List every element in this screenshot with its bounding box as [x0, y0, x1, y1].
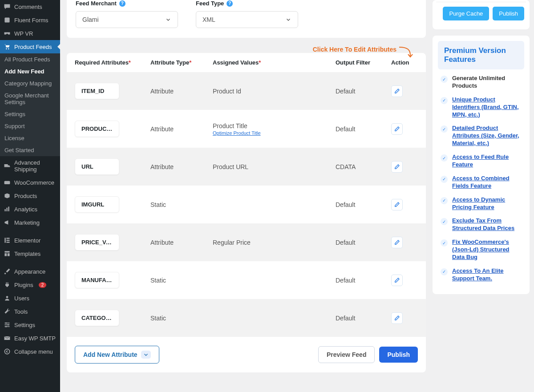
edit-row-button[interactable]	[391, 275, 403, 286]
merchant-select[interactable]: Glami	[76, 11, 178, 28]
main-content: Feed Merchant ? Glami Feed Type ? XML	[60, 0, 433, 392]
sidebar-label: WooCommerce	[14, 179, 54, 186]
sidebar-item-marketing[interactable]: Marketing	[0, 216, 60, 229]
premium-title: Premium Version Features	[438, 41, 524, 69]
attribute-name-tag: CATEGORYT...	[75, 310, 119, 326]
edit-row-button[interactable]	[391, 312, 403, 324]
optimize-title-link[interactable]: Optimize Product Title	[213, 130, 328, 136]
assigned-value: Regular Price	[213, 239, 328, 246]
sub-category-mapping[interactable]: Category Mapping	[0, 77, 60, 89]
edit-row-button[interactable]	[391, 237, 403, 248]
sidebar-label: WP VR	[14, 30, 33, 37]
woo-icon	[4, 179, 11, 186]
sidebar-item-analytics[interactable]: Analytics	[0, 202, 60, 216]
sidebar-item-templates[interactable]: Templates	[0, 247, 60, 260]
publish-top-button[interactable]: Publish	[493, 7, 524, 20]
check-icon: ✓	[441, 97, 448, 104]
sidebar-item-advanced-shipping[interactable]: Advanced Shipping	[0, 156, 60, 176]
svg-rect-3	[4, 181, 10, 184]
attribute-type: Static	[150, 201, 213, 208]
svg-rect-4	[4, 209, 5, 211]
publish-box: Purge Cache Publish	[433, 0, 530, 29]
sidebar-item-woocommerce[interactable]: WooCommerce	[0, 176, 60, 189]
feature-item: ✓ Fix WooCommerce's (Json-Ld) Structured…	[438, 238, 524, 261]
sidebar-item-users[interactable]: Users	[0, 291, 60, 305]
add-attribute-button[interactable]: Add New Attribute	[75, 346, 159, 364]
output-filter: Default	[336, 125, 391, 133]
edit-row-button[interactable]	[391, 161, 403, 173]
feature-label[interactable]: Unique Product Identifiers (Brand, GTIN,…	[452, 96, 522, 119]
svg-point-17	[5, 326, 7, 327]
edit-row-button[interactable]	[391, 85, 403, 97]
sub-all-feeds[interactable]: All Product Feeds	[0, 53, 60, 65]
sidebar-label: Elementor	[14, 237, 40, 244]
th-values: Assigned Values	[213, 59, 259, 66]
attribute-name-tag: ITEM_ID	[75, 83, 119, 99]
table-row: MANUFACTU... Static Default	[67, 261, 426, 299]
sub-license[interactable]: License	[0, 132, 60, 144]
sub-google-merchant[interactable]: Google Merchant Settings	[0, 89, 60, 108]
edit-row-button[interactable]	[391, 123, 403, 135]
attributes-table: Required Attributes* Attribute Type* Ass…	[67, 53, 426, 372]
add-attribute-label: Add New Attribute	[83, 351, 138, 358]
table-row: ITEM_ID Attribute Product Id Default	[67, 72, 426, 110]
feature-label[interactable]: Fix WooCommerce's (Json-Ld) Structured D…	[452, 238, 522, 261]
purge-cache-button[interactable]: Purge Cache	[443, 7, 489, 20]
check-icon: ✓	[441, 239, 448, 247]
help-icon[interactable]: ?	[227, 0, 233, 7]
sidebar-item-appearance[interactable]: Appearance	[0, 265, 60, 278]
admin-sidebar: Comments Fluent Forms WP VR Product Feed…	[0, 0, 60, 392]
sub-settings[interactable]: Settings	[0, 108, 60, 120]
type-value: XML	[202, 16, 215, 23]
mail-icon	[4, 335, 11, 342]
sub-add-new-feed[interactable]: Add New Feed	[0, 65, 60, 77]
cart-icon	[4, 43, 11, 50]
help-icon[interactable]: ?	[119, 0, 125, 7]
sidebar-item-products[interactable]: Products	[0, 189, 60, 202]
feature-label[interactable]: Detailed Product Attributes (Size, Gende…	[452, 125, 522, 147]
comment-icon	[4, 3, 11, 10]
edit-attributes-link[interactable]: Click Here To Edit Attributes	[313, 46, 396, 53]
th-type: Attribute Type	[150, 59, 189, 66]
form-icon	[4, 16, 11, 24]
preview-feed-button[interactable]: Preview Feed	[318, 346, 375, 363]
sidebar-item-elementor[interactable]: Elementor	[0, 234, 60, 247]
type-label: Feed Type	[196, 0, 224, 7]
sidebar-item-comments[interactable]: Comments	[0, 0, 60, 13]
sidebar-item-tools[interactable]: Tools	[0, 305, 60, 318]
feature-label[interactable]: Access to Dynamic Pricing Feature	[452, 196, 522, 211]
feature-label[interactable]: Access to Feed Rule Feature	[452, 154, 522, 169]
sidebar-item-collapse[interactable]: Collapse menu	[0, 345, 60, 358]
svg-rect-5	[6, 208, 7, 211]
type-select[interactable]: XML	[196, 11, 298, 28]
sidebar-label: Collapse menu	[14, 348, 53, 355]
feature-item: ✓ Detailed Product Attributes (Size, Gen…	[438, 125, 524, 147]
feature-label[interactable]: Access To An Elite Support Team.	[452, 267, 522, 283]
dropdown-icon[interactable]	[141, 351, 151, 359]
publish-button[interactable]: Publish	[379, 347, 418, 363]
template-icon	[4, 250, 11, 257]
sub-support[interactable]: Support	[0, 120, 60, 132]
feature-item: ✓ Unique Product Identifiers (Brand, GTI…	[438, 96, 524, 119]
table-footer: Add New Attribute Preview Feed Publish	[67, 337, 426, 372]
chart-icon	[4, 206, 11, 213]
th-filter: Output Filter	[336, 59, 370, 66]
attribute-type: Attribute	[150, 88, 213, 95]
sidebar-item-wp-vr[interactable]: WP VR	[0, 27, 60, 40]
feature-item: ✓ Access To An Elite Support Team.	[438, 267, 524, 283]
truck-icon	[4, 162, 11, 170]
sidebar-item-plugins[interactable]: Plugins 2	[0, 278, 60, 291]
feature-label[interactable]: Exclude Tax From Structured Data Prices	[452, 217, 522, 232]
check-icon: ✓	[441, 154, 448, 162]
table-body: ITEM_ID Attribute Product Id Default PRO…	[67, 72, 426, 337]
edit-row-button[interactable]	[391, 199, 403, 210]
assigned-value: Product Id	[213, 88, 328, 95]
box-icon	[4, 192, 11, 199]
feature-label[interactable]: Access to Combined Fields Feature	[452, 175, 522, 190]
chevron-down-icon	[285, 16, 291, 23]
sidebar-item-fluent-forms[interactable]: Fluent Forms	[0, 13, 60, 27]
sidebar-item-settings[interactable]: Settings	[0, 318, 60, 331]
sidebar-item-easy-wp-smtp[interactable]: Easy WP SMTP	[0, 331, 60, 345]
sub-get-started[interactable]: Get Started	[0, 144, 60, 156]
sidebar-item-product-feeds[interactable]: Product Feeds	[0, 40, 60, 53]
